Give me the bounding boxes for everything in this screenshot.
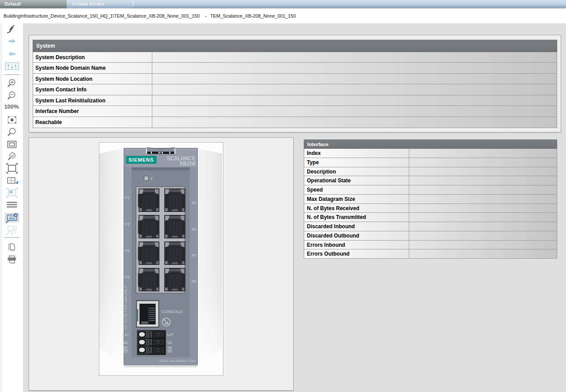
svg-text:P6: P6 [192,227,196,232]
svg-text:P4: P4 [125,275,130,279]
svg-text:L1+: L1+ [122,332,129,337]
svg-text:P3: P3 [125,249,130,253]
svg-text:P1 TO P8 FOR LAN ONLY: P1 TO P8 FOR LAN ONLY [124,286,128,329]
svg-text:P8: P8 [192,279,196,284]
svg-text:CONSOLE: CONSOLE [162,309,183,314]
svg-text:P7: P7 [192,253,196,258]
svg-text:SIEMENS: SIEMENS [128,157,154,162]
svg-text:XB208: XB208 [179,161,196,167]
svg-text:100%: 100% [4,103,19,110]
svg-text:P1: P1 [125,196,130,200]
svg-text:L2+: L2+ [167,332,174,337]
svg-text:P2: P2 [125,222,130,226]
svg-text:F: F [151,177,153,181]
svg-text:M1: M1 [122,340,128,345]
svg-text:P5: P5 [192,201,196,205]
svg-text:V2: V2 [167,340,172,345]
svg-text:6GK5 208-0BA00-2TB2: 6GK5 208-0BA00-2TB2 [159,359,196,363]
